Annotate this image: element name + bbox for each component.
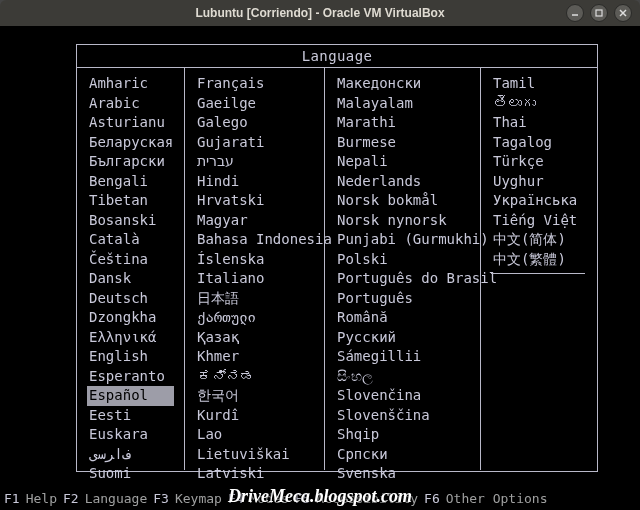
language-option[interactable]: Čeština: [87, 250, 174, 270]
vm-display[interactable]: Language AmharicArabicAsturianuБеларуска…: [0, 26, 640, 510]
language-option[interactable]: ﻑﺍﺮﺳی: [87, 445, 174, 465]
language-option[interactable]: Lao: [195, 425, 314, 445]
language-column: МакедонскиMalayalamMarathiBurmeseNepaliN…: [325, 68, 481, 470]
language-option[interactable]: Thai: [491, 113, 585, 133]
language-option[interactable]: Eesti: [87, 406, 174, 426]
language-option[interactable]: Bahasa Indonesia: [195, 230, 314, 250]
language-option[interactable]: Српски: [335, 445, 470, 465]
language-option[interactable]: Kurdî: [195, 406, 314, 426]
language-option[interactable]: Uyghur: [491, 172, 585, 192]
vm-window: Lubuntu [Corriendo] - Oracle VM VirtualB…: [0, 0, 640, 510]
language-option[interactable]: Svenska: [335, 464, 470, 484]
language-option[interactable]: Gujarati: [195, 133, 314, 153]
language-option[interactable]: Ελληνικά: [87, 328, 174, 348]
language-option[interactable]: Esperanto: [87, 367, 174, 387]
language-option[interactable]: Amharic: [87, 74, 174, 94]
language-option[interactable]: Dansk: [87, 269, 174, 289]
language-option[interactable]: Polski: [335, 250, 470, 270]
language-option[interactable]: Marathi: [335, 113, 470, 133]
language-option[interactable]: ქართული: [195, 308, 314, 328]
language-option[interactable]: Arabic: [87, 94, 174, 114]
language-option[interactable]: Қазақ: [195, 328, 314, 348]
watermark: DriveMeca.blogspot.com: [0, 486, 640, 506]
language-option[interactable]: Íslenska: [195, 250, 314, 270]
language-option[interactable]: Tagalog: [491, 133, 585, 153]
language-column: TamilతెలుగుThaiTagalogTürkçeUyghurУкраїн…: [481, 68, 595, 470]
language-option[interactable]: Latviski: [195, 464, 314, 484]
language-option[interactable]: Nepali: [335, 152, 470, 172]
language-dialog: Language AmharicArabicAsturianuБеларуска…: [76, 44, 598, 472]
language-option[interactable]: Tamil: [491, 74, 585, 94]
language-option[interactable]: עברית: [195, 152, 314, 172]
language-option[interactable]: Asturianu: [87, 113, 174, 133]
language-option[interactable]: Español: [87, 386, 174, 406]
language-option[interactable]: Bosanski: [87, 211, 174, 231]
svg-rect-1: [596, 10, 602, 16]
language-option[interactable]: Português do Brasil: [335, 269, 470, 289]
language-option[interactable]: 中文(繁體): [491, 250, 585, 270]
language-option[interactable]: Slovenčina: [335, 386, 470, 406]
language-option[interactable]: ಕನ್ನಡ: [195, 367, 314, 387]
language-option[interactable]: සිංහල: [335, 367, 470, 387]
window-title: Lubuntu [Corriendo] - Oracle VM VirtualB…: [6, 6, 634, 20]
language-option[interactable]: Suomi: [87, 464, 174, 484]
language-option[interactable]: Português: [335, 289, 470, 309]
language-option[interactable]: తెలుగు: [491, 94, 585, 114]
language-option[interactable]: Македонски: [335, 74, 470, 94]
language-option[interactable]: Sámegillii: [335, 347, 470, 367]
language-option[interactable]: Tiếng Việt: [491, 211, 585, 231]
language-option[interactable]: Türkçe: [491, 152, 585, 172]
language-column: FrançaisGaeilgeGalegoGujaratiעבריתHindiH…: [185, 68, 325, 470]
language-option[interactable]: Burmese: [335, 133, 470, 153]
language-option[interactable]: Slovenščina: [335, 406, 470, 426]
language-option[interactable]: Dzongkha: [87, 308, 174, 328]
close-button[interactable]: [614, 4, 632, 22]
language-option[interactable]: Українська: [491, 191, 585, 211]
language-option[interactable]: Hrvatski: [195, 191, 314, 211]
language-option[interactable]: Беларуская: [87, 133, 174, 153]
language-option[interactable]: Magyar: [195, 211, 314, 231]
language-option[interactable]: 中文(简体): [491, 230, 585, 250]
language-option[interactable]: Nederlands: [335, 172, 470, 192]
language-option[interactable]: Gaeilge: [195, 94, 314, 114]
language-option[interactable]: Shqip: [335, 425, 470, 445]
maximize-button[interactable]: [590, 4, 608, 22]
language-option[interactable]: Lietuviškai: [195, 445, 314, 465]
language-option[interactable]: Deutsch: [87, 289, 174, 309]
language-option[interactable]: Български: [87, 152, 174, 172]
minimize-button[interactable]: [566, 4, 584, 22]
language-option[interactable]: Norsk nynorsk: [335, 211, 470, 231]
language-option[interactable]: Català: [87, 230, 174, 250]
language-option[interactable]: Punjabi (Gurmukhi): [335, 230, 470, 250]
language-column: AmharicArabicAsturianuБеларускаяБългарск…: [77, 68, 185, 470]
titlebar[interactable]: Lubuntu [Corriendo] - Oracle VM VirtualB…: [0, 0, 640, 26]
language-option[interactable]: 한국어: [195, 386, 314, 406]
language-option[interactable]: Bengali: [87, 172, 174, 192]
dialog-title: Language: [77, 45, 597, 68]
language-option[interactable]: 日本語: [195, 289, 314, 309]
language-option[interactable]: Malayalam: [335, 94, 470, 114]
language-option[interactable]: Euskara: [87, 425, 174, 445]
language-option[interactable]: Tibetan: [87, 191, 174, 211]
language-option[interactable]: Norsk bokmål: [335, 191, 470, 211]
language-option[interactable]: Italiano: [195, 269, 314, 289]
language-option[interactable]: English: [87, 347, 174, 367]
language-option[interactable]: Русский: [335, 328, 470, 348]
language-option[interactable]: Galego: [195, 113, 314, 133]
language-option[interactable]: Română: [335, 308, 470, 328]
language-option[interactable]: Khmer: [195, 347, 314, 367]
language-option[interactable]: Hindi: [195, 172, 314, 192]
language-option[interactable]: Français: [195, 74, 314, 94]
